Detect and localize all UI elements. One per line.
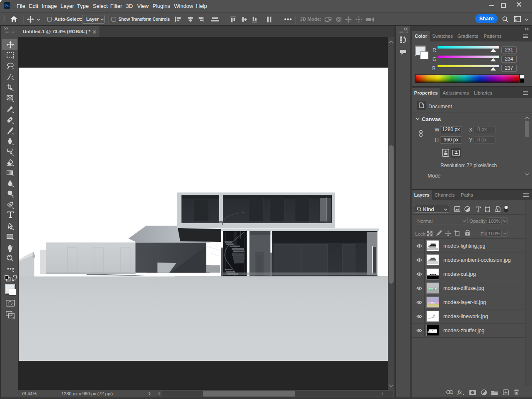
svg-text:Ps: Ps (5, 3, 10, 8)
svg-text:fx: fx (457, 389, 462, 395)
